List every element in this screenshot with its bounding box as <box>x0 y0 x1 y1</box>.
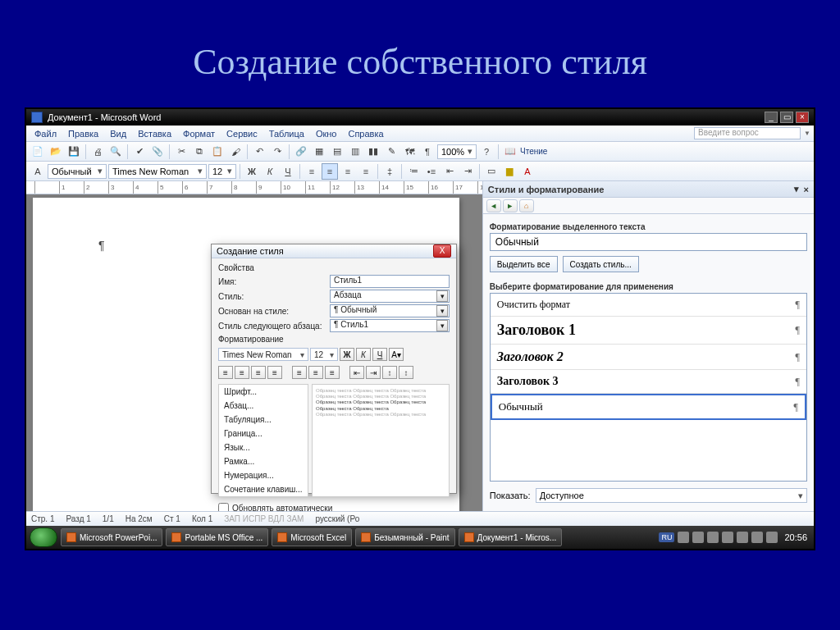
new-doc-icon[interactable]: 📄 <box>30 144 46 160</box>
style-combo[interactable]: Обычный▾ <box>48 164 107 179</box>
maximize-button[interactable]: ▭ <box>780 112 793 123</box>
menu-border[interactable]: Граница... <box>219 427 308 441</box>
tray-icon[interactable] <box>766 532 778 543</box>
open-icon[interactable]: 📂 <box>48 144 64 160</box>
document-area[interactable]: ¶ Создание стиля X Свойства Имя: Стиль <box>26 194 482 511</box>
new-style-button[interactable]: Создать стиль... <box>563 256 639 272</box>
tray-icon[interactable] <box>751 532 763 543</box>
auto-update-checkbox[interactable]: Обновлять автоматически <box>218 503 332 511</box>
menu-language[interactable]: Язык... <box>219 441 308 454</box>
selected-fmt-value[interactable]: Обычный <box>490 233 807 251</box>
pane-fwd-icon[interactable]: ► <box>503 199 518 212</box>
taskbar-item[interactable]: Microsoft PowerPoi... <box>61 528 162 546</box>
redo-icon[interactable]: ↷ <box>269 144 285 160</box>
taskbar-item[interactable]: Microsoft Excel <box>272 528 352 546</box>
based-on-combo[interactable]: ¶ Обычный▾ <box>330 304 450 317</box>
bold-icon[interactable]: Ж <box>244 163 260 180</box>
menu-table[interactable]: Таблица <box>264 127 309 140</box>
tables-borders-icon[interactable]: ▦ <box>311 144 327 160</box>
dlg-underline-icon[interactable]: Ч <box>372 348 387 361</box>
highlight-icon[interactable]: ▆ <box>501 163 518 180</box>
menu-paragraph[interactable]: Абзац... <box>219 399 308 413</box>
style-item[interactable]: Очистить формат¶ <box>491 294 806 317</box>
insert-table-icon[interactable]: ▤ <box>329 144 345 160</box>
show-hide-icon[interactable]: ¶ <box>419 144 436 160</box>
underline-icon[interactable]: Ч <box>280 163 296 180</box>
menu-tools[interactable]: Сервис <box>221 127 262 140</box>
dialog-close-button[interactable]: X <box>433 244 451 258</box>
align-left-icon[interactable]: ≡ <box>304 163 320 180</box>
pane-back-icon[interactable]: ◄ <box>486 199 501 212</box>
zoom-combo[interactable]: 100%▾ <box>437 144 477 159</box>
style-item[interactable]: Заголовок 2¶ <box>491 345 806 370</box>
dlg-justify-icon[interactable]: ≡ <box>267 366 282 379</box>
menu-help[interactable]: Справка <box>343 127 388 140</box>
menu-view[interactable]: Вид <box>105 127 131 140</box>
format-painter-icon[interactable]: 🖌 <box>227 144 244 160</box>
columns-icon[interactable]: ▮▮ <box>365 144 381 160</box>
menu-tabs[interactable]: Табуляция... <box>219 413 308 427</box>
style-item[interactable]: Заголовок 3¶ <box>491 370 806 394</box>
reading-layout-icon[interactable]: 📖 <box>502 144 518 160</box>
drawing-icon[interactable]: ✎ <box>383 144 399 160</box>
menu-file[interactable]: Файл <box>30 127 62 140</box>
tray-icon[interactable] <box>707 532 719 543</box>
menu-frame[interactable]: Рамка... <box>219 454 308 468</box>
line-spacing-icon[interactable]: ‡ <box>381 163 398 180</box>
menu-format[interactable]: Формат <box>178 127 220 140</box>
dlg-font-combo[interactable]: Times New Roman▾ <box>218 348 308 361</box>
decrease-indent-icon[interactable]: ⇤ <box>441 163 458 180</box>
dlg-linespace15-icon[interactable]: ≡ <box>308 366 323 379</box>
taskbar-item[interactable]: Portable MS Office ... <box>166 528 268 546</box>
pane-close-icon[interactable]: × <box>804 185 809 194</box>
doc-map-icon[interactable]: 🗺 <box>401 144 418 160</box>
font-combo[interactable]: Times New Roman▾ <box>108 164 207 179</box>
copy-icon[interactable]: ⧉ <box>191 144 208 160</box>
tray-icon[interactable] <box>692 532 704 543</box>
menu-edit[interactable]: Правка <box>63 127 103 140</box>
print-preview-icon[interactable]: 🔍 <box>107 144 124 160</box>
numbering-icon[interactable]: ≔ <box>405 163 422 180</box>
minimize-button[interactable]: _ <box>765 112 778 123</box>
dlg-space-after-icon[interactable]: ↕ <box>399 366 413 379</box>
align-center-icon[interactable]: ≡ <box>322 163 338 180</box>
ask-a-question-box[interactable]: Введите вопрос <box>694 127 801 139</box>
tray-icon[interactable] <box>737 532 748 543</box>
style-list[interactable]: Очистить формат¶Заголовок 1¶Заголовок 2¶… <box>490 293 807 482</box>
dlg-space-before-icon[interactable]: ↕ <box>382 366 397 379</box>
select-all-button[interactable]: Выделить все <box>490 256 558 272</box>
next-style-combo[interactable]: ¶ Стиль1▾ <box>330 319 450 332</box>
dlg-indent-dec-icon[interactable]: ⇤ <box>349 366 364 379</box>
save-icon[interactable]: 💾 <box>66 144 82 160</box>
undo-icon[interactable]: ↶ <box>251 144 267 160</box>
paste-icon[interactable]: 📋 <box>209 144 226 160</box>
menu-shortcut[interactable]: Сочетание клавиш... <box>219 482 308 496</box>
bullets-icon[interactable]: •≡ <box>423 163 440 180</box>
dialog-titlebar[interactable]: Создание стиля X <box>212 244 456 258</box>
tray-icon[interactable] <box>678 532 689 543</box>
cut-icon[interactable]: ✂ <box>173 144 189 160</box>
style-item[interactable]: Обычный¶ <box>491 394 806 420</box>
taskbar-item[interactable]: Безымянный - Paint <box>355 528 454 546</box>
styles-taskpane-icon[interactable]: A <box>30 163 46 180</box>
menu-window[interactable]: Окно <box>311 127 342 140</box>
dlg-fontcolor-icon[interactable]: A▾ <box>389 348 404 361</box>
dlg-italic-icon[interactable]: К <box>356 348 371 361</box>
borders-icon[interactable]: ▭ <box>483 163 500 180</box>
align-right-icon[interactable]: ≡ <box>340 163 356 180</box>
horizontal-ruler[interactable]: 123456789101112131415161718 <box>26 181 482 194</box>
research-icon[interactable]: 📎 <box>149 144 166 160</box>
reading-label[interactable]: Чтение <box>520 147 547 156</box>
taskbar-item[interactable]: Документ1 - Micros... <box>459 528 563 546</box>
pane-dropdown-icon[interactable]: ▾ <box>794 184 799 194</box>
dlg-bold-icon[interactable]: Ж <box>340 348 354 361</box>
tray-icon[interactable] <box>722 532 733 543</box>
dlg-size-combo[interactable]: 12▾ <box>310 348 338 361</box>
lang-indicator[interactable]: RU <box>659 532 674 542</box>
menu-numbering[interactable]: Нумерация... <box>219 468 308 482</box>
font-color-icon[interactable]: A <box>519 163 536 180</box>
help-dropdown-icon[interactable]: ▼ <box>804 130 810 137</box>
help-icon[interactable]: ? <box>478 144 495 160</box>
show-combo[interactable]: Доступное▾ <box>536 488 807 503</box>
name-input[interactable]: Стиль1 <box>330 275 450 288</box>
